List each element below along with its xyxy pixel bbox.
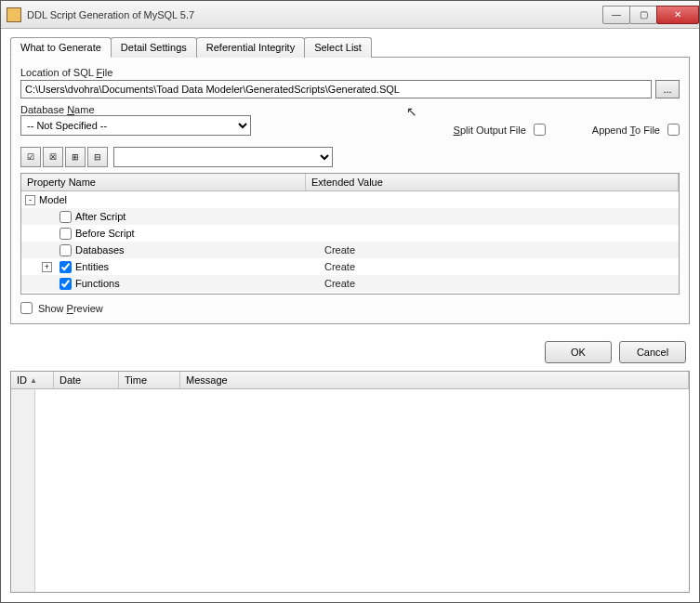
split-checkbox[interactable] <box>534 124 546 136</box>
row-value: Create <box>306 278 355 289</box>
table-row[interactable]: -Model <box>21 191 679 208</box>
log-col-id[interactable]: ID▲ <box>11 372 54 388</box>
row-checkbox[interactable] <box>59 228 72 240</box>
browse-button[interactable]: ... <box>655 80 680 98</box>
row-checkbox[interactable] <box>59 261 72 273</box>
sort-asc-icon: ▲ <box>30 376 37 385</box>
table-row[interactable]: DatabasesCreate <box>21 242 679 258</box>
collapse-icon[interactable]: - <box>25 195 35 205</box>
row-checkbox[interactable] <box>59 211 72 223</box>
table-row[interactable]: After Script <box>21 208 679 225</box>
window-title: DDL Script Generation of MySQL 5.7 <box>27 9 603 20</box>
row-label: After Script <box>75 211 125 222</box>
dialog-buttons: OK Cancel <box>1 334 699 371</box>
log-col-date[interactable]: Date <box>54 372 119 388</box>
location-label: Location of SQL File <box>20 67 112 78</box>
row-label: Before Script <box>75 228 135 239</box>
titlebar[interactable]: DDL Script Generation of MySQL 5.7 — ▢ ✕ <box>1 1 699 29</box>
location-input[interactable] <box>20 80 652 98</box>
split-label: Split Output File <box>454 125 526 136</box>
tab-select-list[interactable]: Select List <box>304 37 372 58</box>
dialog-window: DDL Script Generation of MySQL 5.7 — ▢ ✕… <box>0 0 700 603</box>
append-label: Append To File <box>592 125 660 136</box>
tab-panel: Location of SQL File ... Database Name -… <box>10 57 690 324</box>
dbname-label: Database Name <box>20 104 251 115</box>
show-preview-label: Show Preview <box>38 303 103 314</box>
check-all-icon[interactable]: ☑ <box>20 147 41 167</box>
tab-referential-integrity[interactable]: Referential Integrity <box>196 37 305 58</box>
col-property-name[interactable]: Property Name <box>21 174 306 190</box>
collapse-all-icon[interactable]: ⊟ <box>87 147 108 167</box>
row-label: Entities <box>75 261 109 272</box>
row-value: Create <box>306 261 355 272</box>
tab-row: What to Generate Detail Settings Referen… <box>1 29 699 57</box>
append-checkbox[interactable] <box>667 124 680 136</box>
expand-all-icon[interactable]: ⊞ <box>65 147 86 167</box>
table-row[interactable]: Before Script <box>21 225 679 242</box>
log-grid: ID▲ Date Time Message <box>10 371 690 593</box>
tab-what-to-generate[interactable]: What to Generate <box>10 37 112 58</box>
cancel-button[interactable]: Cancel <box>619 341 686 363</box>
log-col-message[interactable]: Message <box>180 372 689 388</box>
app-icon <box>7 7 21 22</box>
close-button[interactable]: ✕ <box>656 6 699 24</box>
row-checkbox[interactable] <box>59 278 72 290</box>
property-grid: Property Name Extended Value -ModelAfter… <box>20 173 680 295</box>
row-label: Databases <box>75 244 125 256</box>
row-label: Functions <box>75 278 120 289</box>
log-col-time[interactable]: Time <box>119 372 180 388</box>
expand-icon[interactable]: + <box>42 262 52 272</box>
row-label: Model <box>39 194 67 205</box>
grid-toolbar: ☑ ☒ ⊞ ⊟ <box>20 147 680 167</box>
uncheck-all-icon[interactable]: ☒ <box>43 147 63 167</box>
toolbar-combo[interactable] <box>113 147 333 167</box>
dbname-select[interactable]: -- Not Specified -- <box>20 115 251 136</box>
minimize-button[interactable]: — <box>602 6 630 24</box>
log-gutter <box>11 389 35 592</box>
maximize-button[interactable]: ▢ <box>629 6 657 24</box>
grid-body[interactable]: -ModelAfter ScriptBefore ScriptDatabases… <box>21 191 679 294</box>
row-value: Create <box>306 244 355 256</box>
table-row[interactable]: FunctionsCreate <box>21 275 679 292</box>
row-checkbox[interactable] <box>59 244 72 256</box>
tab-detail-settings[interactable]: Detail Settings <box>111 37 197 58</box>
cursor-icon: ↖ <box>406 104 417 119</box>
col-extended-value[interactable]: Extended Value <box>306 174 679 190</box>
table-row[interactable]: +EntitiesCreate <box>21 258 679 275</box>
ok-button[interactable]: OK <box>545 341 612 363</box>
show-preview-checkbox[interactable] <box>20 302 33 314</box>
